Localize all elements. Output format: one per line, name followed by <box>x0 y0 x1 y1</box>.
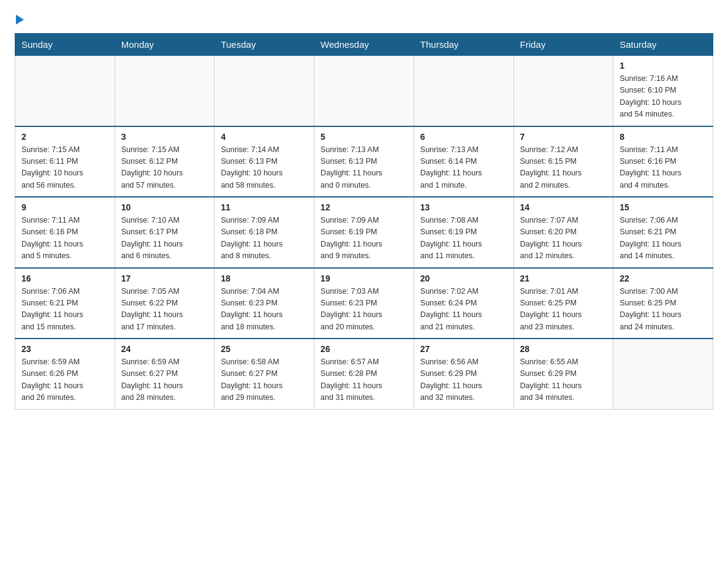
calendar-cell: 23Sunrise: 6:59 AM Sunset: 6:26 PM Dayli… <box>15 339 115 409</box>
calendar-cell: 28Sunrise: 6:55 AM Sunset: 6:29 PM Dayli… <box>514 339 613 409</box>
day-info: Sunrise: 7:08 AM Sunset: 6:19 PM Dayligh… <box>420 215 507 262</box>
calendar-week-row: 16Sunrise: 7:06 AM Sunset: 6:21 PM Dayli… <box>15 268 713 339</box>
day-number: 14 <box>520 202 607 212</box>
calendar-cell <box>15 55 115 126</box>
calendar-cell: 22Sunrise: 7:00 AM Sunset: 6:25 PM Dayli… <box>613 268 713 339</box>
day-number: 19 <box>320 274 408 283</box>
calendar-cell: 24Sunrise: 6:59 AM Sunset: 6:27 PM Dayli… <box>115 339 214 409</box>
calendar-cell: 4Sunrise: 7:14 AM Sunset: 6:13 PM Daylig… <box>214 126 314 197</box>
day-number: 17 <box>121 274 208 283</box>
calendar-cell: 12Sunrise: 7:09 AM Sunset: 6:19 PM Dayli… <box>314 197 414 268</box>
calendar-cell <box>115 55 214 126</box>
day-info: Sunrise: 6:55 AM Sunset: 6:29 PM Dayligh… <box>520 356 607 404</box>
day-info: Sunrise: 7:13 AM Sunset: 6:14 PM Dayligh… <box>420 144 507 192</box>
calendar-cell: 7Sunrise: 7:12 AM Sunset: 6:15 PM Daylig… <box>514 126 613 197</box>
calendar-cell <box>613 339 713 409</box>
calendar-cell: 25Sunrise: 6:58 AM Sunset: 6:27 PM Dayli… <box>214 339 314 409</box>
day-info: Sunrise: 6:57 AM Sunset: 6:28 PM Dayligh… <box>320 356 408 404</box>
day-number: 28 <box>520 344 607 354</box>
calendar-cell: 27Sunrise: 6:56 AM Sunset: 6:29 PM Dayli… <box>414 339 514 409</box>
calendar-cell: 26Sunrise: 6:57 AM Sunset: 6:28 PM Dayli… <box>314 339 414 409</box>
calendar-cell <box>414 55 514 126</box>
day-number: 5 <box>320 132 408 142</box>
calendar-cell: 2Sunrise: 7:15 AM Sunset: 6:11 PM Daylig… <box>15 126 115 197</box>
day-number: 4 <box>221 132 308 142</box>
calendar-cell: 20Sunrise: 7:02 AM Sunset: 6:24 PM Dayli… <box>414 268 514 339</box>
day-info: Sunrise: 7:03 AM Sunset: 6:23 PM Dayligh… <box>320 286 408 334</box>
day-number: 22 <box>620 274 707 283</box>
day-number: 25 <box>221 344 308 354</box>
calendar-cell <box>314 55 414 126</box>
logo-triangle-icon <box>16 15 24 25</box>
calendar-cell: 18Sunrise: 7:04 AM Sunset: 6:23 PM Dayli… <box>214 268 314 339</box>
day-info: Sunrise: 7:14 AM Sunset: 6:13 PM Dayligh… <box>221 144 308 192</box>
weekday-header-saturday: Saturday <box>613 34 713 55</box>
calendar-cell: 21Sunrise: 7:01 AM Sunset: 6:25 PM Dayli… <box>514 268 613 339</box>
day-info: Sunrise: 7:15 AM Sunset: 6:11 PM Dayligh… <box>21 144 108 192</box>
day-number: 8 <box>620 132 707 142</box>
day-info: Sunrise: 7:16 AM Sunset: 6:10 PM Dayligh… <box>620 73 707 121</box>
day-number: 2 <box>21 132 108 142</box>
calendar-cell: 19Sunrise: 7:03 AM Sunset: 6:23 PM Dayli… <box>314 268 414 339</box>
day-number: 10 <box>121 202 208 212</box>
day-number: 16 <box>21 274 108 283</box>
day-number: 21 <box>520 274 607 283</box>
logo <box>15 15 24 23</box>
day-info: Sunrise: 7:06 AM Sunset: 6:21 PM Dayligh… <box>21 286 108 334</box>
day-info: Sunrise: 7:10 AM Sunset: 6:17 PM Dayligh… <box>121 215 208 262</box>
day-info: Sunrise: 7:15 AM Sunset: 6:12 PM Dayligh… <box>121 144 208 192</box>
calendar-cell: 3Sunrise: 7:15 AM Sunset: 6:12 PM Daylig… <box>115 126 214 197</box>
day-number: 27 <box>420 344 507 354</box>
day-info: Sunrise: 7:11 AM Sunset: 6:16 PM Dayligh… <box>620 144 707 192</box>
calendar-cell: 1Sunrise: 7:16 AM Sunset: 6:10 PM Daylig… <box>613 55 713 126</box>
day-number: 1 <box>620 61 707 71</box>
calendar-week-row: 23Sunrise: 6:59 AM Sunset: 6:26 PM Dayli… <box>15 339 713 409</box>
calendar-week-row: 1Sunrise: 7:16 AM Sunset: 6:10 PM Daylig… <box>15 55 713 126</box>
calendar-cell: 16Sunrise: 7:06 AM Sunset: 6:21 PM Dayli… <box>15 268 115 339</box>
day-number: 20 <box>420 274 507 283</box>
calendar-cell: 11Sunrise: 7:09 AM Sunset: 6:18 PM Dayli… <box>214 197 314 268</box>
calendar-cell: 10Sunrise: 7:10 AM Sunset: 6:17 PM Dayli… <box>115 197 214 268</box>
calendar-cell: 15Sunrise: 7:06 AM Sunset: 6:21 PM Dayli… <box>613 197 713 268</box>
weekday-header-sunday: Sunday <box>15 34 115 55</box>
day-number: 7 <box>520 132 607 142</box>
day-info: Sunrise: 7:11 AM Sunset: 6:16 PM Dayligh… <box>21 215 108 262</box>
day-number: 3 <box>121 132 208 142</box>
day-info: Sunrise: 7:05 AM Sunset: 6:22 PM Dayligh… <box>121 286 208 334</box>
calendar-cell: 13Sunrise: 7:08 AM Sunset: 6:19 PM Dayli… <box>414 197 514 268</box>
day-info: Sunrise: 7:09 AM Sunset: 6:19 PM Dayligh… <box>320 215 408 262</box>
day-info: Sunrise: 6:56 AM Sunset: 6:29 PM Dayligh… <box>420 356 507 404</box>
day-info: Sunrise: 7:04 AM Sunset: 6:23 PM Dayligh… <box>221 286 308 334</box>
calendar-body: 1Sunrise: 7:16 AM Sunset: 6:10 PM Daylig… <box>15 55 713 409</box>
day-number: 13 <box>420 202 507 212</box>
calendar-cell: 6Sunrise: 7:13 AM Sunset: 6:14 PM Daylig… <box>414 126 514 197</box>
calendar-cell: 5Sunrise: 7:13 AM Sunset: 6:13 PM Daylig… <box>314 126 414 197</box>
weekday-header-wednesday: Wednesday <box>314 34 414 55</box>
day-number: 24 <box>121 344 208 354</box>
page-header <box>15 15 713 23</box>
day-number: 15 <box>620 202 707 212</box>
calendar-header: SundayMondayTuesdayWednesdayThursdayFrid… <box>15 34 713 55</box>
day-info: Sunrise: 7:02 AM Sunset: 6:24 PM Dayligh… <box>420 286 507 334</box>
day-info: Sunrise: 6:59 AM Sunset: 6:26 PM Dayligh… <box>21 356 108 404</box>
calendar-cell: 9Sunrise: 7:11 AM Sunset: 6:16 PM Daylig… <box>15 197 115 268</box>
day-number: 11 <box>221 202 308 212</box>
weekday-header-monday: Monday <box>115 34 214 55</box>
weekday-header-tuesday: Tuesday <box>214 34 314 55</box>
day-info: Sunrise: 7:13 AM Sunset: 6:13 PM Dayligh… <box>320 144 408 192</box>
day-number: 9 <box>21 202 108 212</box>
calendar-cell: 17Sunrise: 7:05 AM Sunset: 6:22 PM Dayli… <box>115 268 214 339</box>
weekday-header-thursday: Thursday <box>414 34 514 55</box>
calendar-cell: 8Sunrise: 7:11 AM Sunset: 6:16 PM Daylig… <box>613 126 713 197</box>
calendar-cell <box>214 55 314 126</box>
day-info: Sunrise: 7:06 AM Sunset: 6:21 PM Dayligh… <box>620 215 707 262</box>
weekday-header-friday: Friday <box>514 34 613 55</box>
calendar-cell: 14Sunrise: 7:07 AM Sunset: 6:20 PM Dayli… <box>514 197 613 268</box>
day-info: Sunrise: 6:59 AM Sunset: 6:27 PM Dayligh… <box>121 356 208 404</box>
day-info: Sunrise: 7:09 AM Sunset: 6:18 PM Dayligh… <box>221 215 308 262</box>
day-number: 6 <box>420 132 507 142</box>
day-info: Sunrise: 7:00 AM Sunset: 6:25 PM Dayligh… <box>620 286 707 334</box>
day-info: Sunrise: 7:12 AM Sunset: 6:15 PM Dayligh… <box>520 144 607 192</box>
weekday-header-row: SundayMondayTuesdayWednesdayThursdayFrid… <box>15 34 713 55</box>
calendar-table: SundayMondayTuesdayWednesdayThursdayFrid… <box>15 33 713 410</box>
